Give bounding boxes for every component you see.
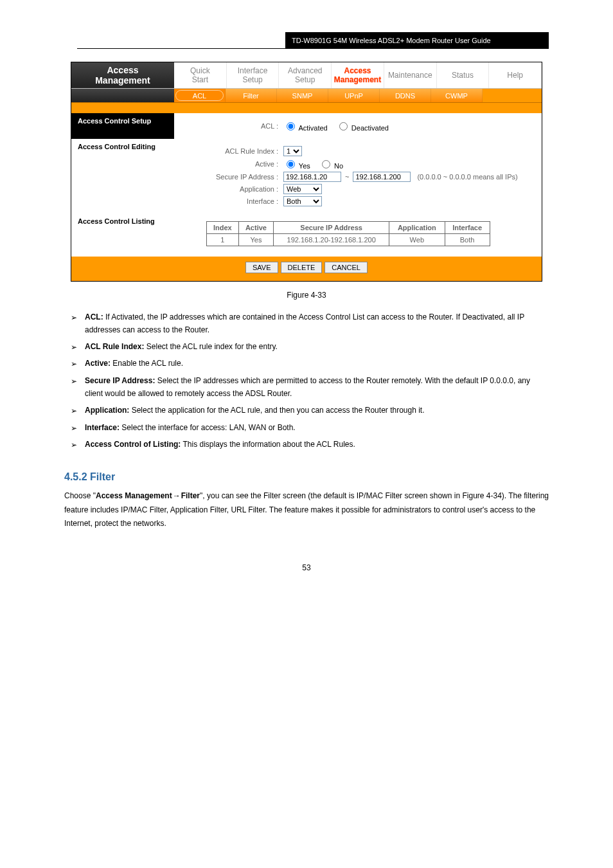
section-listing-label: Access Control Listing [71, 213, 174, 257]
section-listing: Access Control Listing IndexActiveSecure… [71, 213, 542, 257]
active-label: Active : [181, 160, 283, 168]
table-cell: Web [389, 234, 445, 246]
section-editing-label: Access Control Editing [71, 139, 174, 213]
rule-index-label: ACL Rule Index : [181, 147, 283, 155]
doc-header: TD-W8901G 54M Wireless ADSL2+ Modem Rout… [77, 32, 549, 49]
table-row: 1Yes192.168.1.20-192.168.1.200WebBoth [207, 234, 490, 246]
page-number: 53 [0, 563, 613, 572]
application-label: Application : [181, 185, 283, 193]
top-nav: Access Management QuickStartInterfaceSet… [71, 62, 542, 89]
table-header: Secure IP Address [274, 222, 389, 234]
rule-index-select[interactable]: 1 [283, 146, 302, 156]
list-item: ➢ACL Rule Index: Select the ACL rule ind… [71, 341, 549, 354]
actions-row: SAVE DELETE CANCEL [71, 257, 542, 281]
bullet-icon: ➢ [71, 422, 85, 435]
section-setup-label: Access Control Setup [71, 113, 174, 139]
ip-tilde: ~ [345, 173, 349, 181]
interface-label: Interface : [181, 197, 283, 205]
table-cell: Both [445, 234, 490, 246]
bullet-icon: ➢ [71, 375, 85, 388]
table-header: Index [207, 222, 239, 234]
cancel-button[interactable]: CANCEL [324, 262, 368, 273]
doc-header-title: TD-W8901G 54M Wireless ADSL2+ Modem Rout… [285, 32, 549, 48]
nav-item[interactable]: AccessManagement [332, 62, 384, 88]
save-button[interactable]: SAVE [245, 262, 278, 273]
sub-nav-item[interactable]: ACL [174, 89, 226, 102]
figure-caption: Figure 4-33 [0, 291, 613, 300]
sidebar-title: Access Management [71, 62, 174, 88]
table-cell: 1 [207, 234, 239, 246]
list-item: ➢Active: Enable the ACL rule. [71, 357, 549, 371]
listing-table: IndexActiveSecure IP AddressApplicationI… [206, 221, 490, 246]
bullet-icon: ➢ [71, 404, 85, 418]
delete-button[interactable]: DELETE [281, 262, 323, 273]
sub-nav-item[interactable]: UPnP [328, 89, 380, 102]
acl-deactivated-radio[interactable]: Deactivated [336, 124, 389, 132]
active-yes-radio[interactable]: Yes [283, 162, 310, 170]
list-item: ➢Access Control of Listing: This display… [71, 439, 549, 452]
bullet-icon: ➢ [71, 341, 85, 354]
description-list: ➢ACL: If Activated, the IP addresses whi… [71, 311, 549, 452]
filter-paragraph: Choose "Access Management→Filter", you c… [64, 489, 549, 531]
active-no-radio[interactable]: No [319, 162, 343, 170]
table-header: Active [238, 222, 274, 234]
acl-radio-group: Activated Deactivated [283, 120, 395, 132]
ip-from-input[interactable] [283, 172, 341, 182]
section-editing: Access Control Editing ACL Rule Index : … [71, 139, 542, 213]
nav-item[interactable]: Help [489, 62, 542, 88]
nav-item[interactable]: Maintenance [384, 62, 437, 88]
table-header: Interface [445, 222, 490, 234]
list-item: ➢ACL: If Activated, the IP addresses whi… [71, 311, 549, 337]
bullet-icon: ➢ [71, 311, 85, 325]
section-setup: Access Control Setup ACL : Activated Dea… [71, 113, 542, 139]
sub-nav-item[interactable]: SNMP [277, 89, 328, 102]
bullet-icon: ➢ [71, 357, 85, 371]
application-select[interactable]: Web [283, 184, 322, 194]
sub-nav-item[interactable]: CWMP [431, 89, 483, 102]
nav-item[interactable]: InterfaceSetup [227, 62, 280, 88]
table-cell: Yes [238, 234, 274, 246]
nav-item[interactable]: Status [437, 62, 490, 88]
table-header: Application [389, 222, 445, 234]
list-item: ➢Interface: Select the interface for acc… [71, 422, 549, 435]
interface-select[interactable]: Both [283, 196, 322, 206]
list-item: ➢Secure IP Address: Select the IP addres… [71, 375, 549, 401]
list-item: ➢Application: Select the application for… [71, 404, 549, 418]
sub-nav: ACLFilterSNMPUPnPDDNSCWMP [71, 89, 542, 103]
filter-heading: 4.5.2 Filter [64, 471, 549, 483]
secure-ip-label: Secure IP Address : [181, 173, 283, 181]
nav-item[interactable]: QuickStart [174, 62, 227, 88]
sub-nav-item[interactable]: DDNS [380, 89, 431, 102]
sidebar-title-2: Management [95, 75, 150, 86]
acl-label: ACL : [181, 122, 283, 130]
sidebar-title-1: Access [107, 65, 138, 75]
nav-item[interactable]: AdvancedSetup [279, 62, 332, 88]
acl-activated-radio[interactable]: Activated [283, 124, 328, 132]
bullet-icon: ➢ [71, 439, 85, 452]
ip-hint: (0.0.0.0 ~ 0.0.0.0 means all IPs) [417, 173, 517, 181]
ip-to-input[interactable] [353, 172, 411, 182]
router-ui: Access Management QuickStartInterfaceSet… [71, 62, 542, 282]
sub-nav-item[interactable]: Filter [226, 89, 277, 102]
active-radio-group: Yes No [283, 158, 350, 170]
table-cell: 192.168.1.20-192.168.1.200 [274, 234, 389, 246]
arrow-icon: → [172, 489, 181, 503]
